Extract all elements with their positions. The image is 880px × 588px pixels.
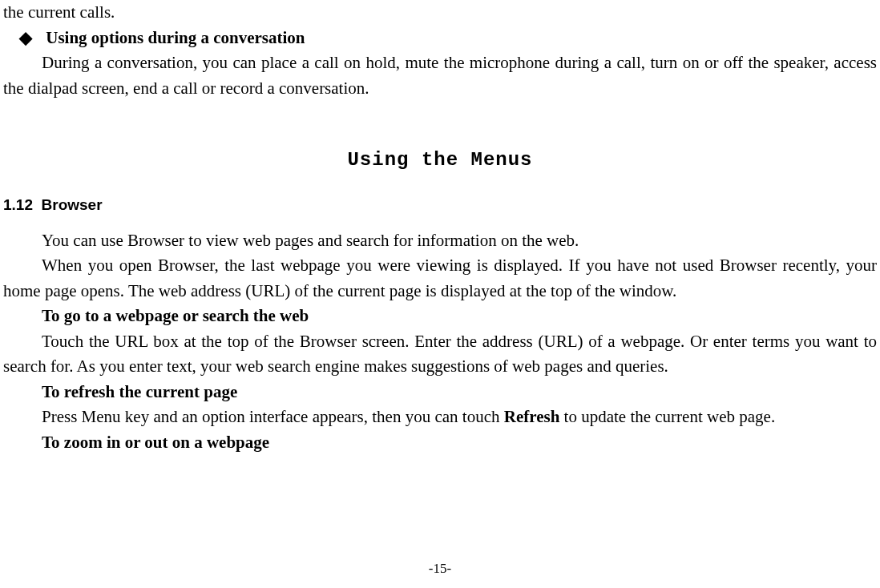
refresh-paragraph: Press Menu key and an option interface a…: [3, 405, 877, 430]
conversation-paragraph: During a conversation, you can place a c…: [3, 50, 877, 101]
conversation-text: During a conversation, you can place a c…: [3, 53, 877, 98]
heading-refresh: To refresh the current page: [3, 380, 877, 405]
section-number: 1.12: [3, 196, 33, 213]
page-number: -15-: [0, 558, 880, 579]
refresh-bold-word: Refresh: [504, 407, 560, 426]
goto-text: Touch the URL box at the top of the Brow…: [3, 332, 877, 377]
bullet-heading: ◆ Using options during a conversation: [3, 26, 877, 51]
refresh-text-pre: Press Menu key and an option interface a…: [42, 407, 504, 426]
continuation-text: the current calls.: [3, 0, 877, 26]
chapter-title: Using the Menus: [3, 146, 877, 175]
browser-intro-2: When you open Browser, the last webpage …: [3, 253, 877, 304]
diamond-icon: ◆: [19, 26, 42, 51]
section-heading: 1.12 Browser: [3, 194, 877, 217]
heading-goto: To go to a webpage or search the web: [3, 304, 877, 329]
heading-zoom: To zoom in or out on a webpage: [3, 430, 877, 456]
refresh-text-post: to update the current web page.: [559, 407, 775, 426]
bullet-title: Using options during a conversation: [46, 28, 305, 47]
browser-intro-2-text: When you open Browser, the last webpage …: [3, 256, 877, 300]
browser-intro-1: You can use Browser to view web pages an…: [3, 228, 877, 254]
goto-paragraph: Touch the URL box at the top of the Brow…: [3, 329, 877, 380]
section-title: Browser: [42, 196, 103, 213]
